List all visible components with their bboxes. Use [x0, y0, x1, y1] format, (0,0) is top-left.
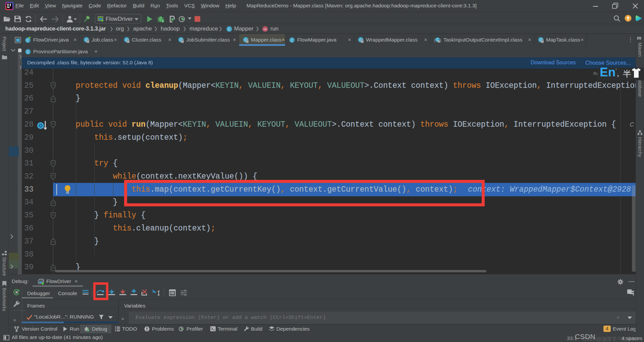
svg-text:m: m [264, 27, 267, 31]
svg-text:C: C [291, 38, 293, 42]
svg-text:C: C [228, 27, 230, 31]
svg-text:C: C [26, 38, 29, 42]
svg-text:C: C [27, 50, 30, 54]
